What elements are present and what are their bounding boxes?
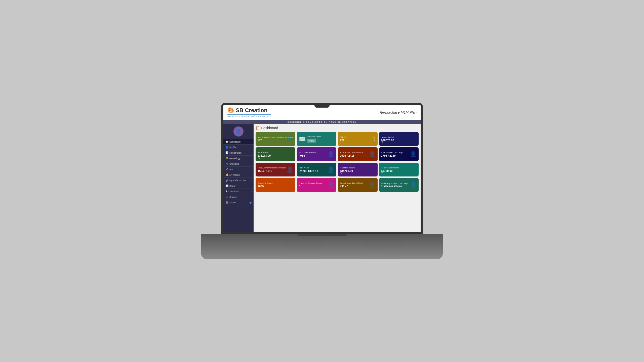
card-label-pair: Pair No: [340, 136, 376, 138]
card-label-rank: Rank Name: [299, 167, 335, 169]
sidebar-label-shopping: Shopping: [229, 163, 239, 165]
card-value-income-wallet: 238073.00: [381, 139, 417, 142]
sidebar-item-support[interactable]: 🎧 Support: [223, 194, 254, 200]
sidebar-item-report[interactable]: 📊 Report ›: [223, 183, 254, 189]
sidebar-item-pin[interactable]: 📌 PIN ›: [223, 167, 254, 172]
chevron-icon-7: ›: [251, 179, 252, 182]
card-pair-no: Pair No 922 ₹: [338, 132, 378, 146]
sidebar-label-dashboard: Dashboard: [229, 141, 240, 143]
sidebar-label-registration: Registration: [229, 152, 242, 154]
rupee-icon-pair: ₹: [372, 136, 376, 142]
app-subtitle: Renu SB Creation Software Pvt Ltd: [227, 114, 271, 118]
sidebar-item-download[interactable]: ⬇ Download ›: [223, 189, 254, 194]
designed-bar: DESIGNED & DEVELOPED BY RENU SB CREATION: [223, 120, 421, 124]
plan-name: Re-purchase MLM Plan: [380, 110, 417, 114]
logout-icon: 🚪: [225, 201, 228, 204]
chevron-icon-2: ›: [251, 152, 252, 154]
card-label-bank-wallet: Bank Wallet: [258, 151, 293, 154]
card-label-repurchase: Repurchase Income: [381, 167, 417, 169]
sidebar-menu: 🏠 Dashboard 👤 Profile ›: [223, 139, 254, 205]
laptop-base: [201, 234, 443, 259]
sidebar-label-profile: Profile: [229, 146, 236, 149]
laptop-mockup: 🎨 SB Creation Renu SB Creation Software …: [201, 103, 443, 259]
sidebar-item-registration[interactable]: 📝 Registration ›: [223, 150, 254, 156]
chevron-icon-3: ›: [251, 157, 252, 159]
card-label-active-inactive: Total Active / Inactive User: [340, 151, 376, 154]
rupee-icon-matching: ₹: [340, 170, 342, 175]
card-active-member-lr: 👤 Total Active Member Left / Right 1504 …: [256, 163, 295, 176]
chevron-icon-6: ›: [251, 174, 252, 176]
card-welcome: ✉️ Welcome Letter View: [297, 132, 337, 146]
income-icon: 💰: [225, 173, 228, 176]
notch: [314, 105, 330, 108]
card-rep-carry: 👤 Rep Carry Forward Left / Right 810718.…: [379, 178, 419, 192]
card-label-carry: Carry Forward Left / Right: [340, 182, 376, 184]
rupee-icon-repurchase: ₹: [381, 170, 384, 175]
sidebar-item-logout[interactable]: 🚪 Logout: [223, 200, 254, 205]
card-carry-forward: 👤 Carry Forward Left / Right 491 / 0: [338, 178, 378, 192]
card-value-matching: 184700.00: [340, 169, 376, 172]
card-active-inactive: 👤 Total Active / Inactive User 2516 / 24…: [338, 147, 378, 161]
card-rank: 👤 Rank Name Rohini Club 13: [297, 163, 337, 176]
sidebar-item-profile[interactable]: 👤 Profile ›: [223, 145, 254, 150]
card-label-welcome: Welcome Letter: [307, 135, 321, 138]
sidebar-item-shopping[interactable]: 🛒 Shopping ›: [223, 161, 254, 167]
dashboard-icon: 🏠: [225, 140, 228, 143]
card-total-team: 👤 Total Team Member 4934: [297, 147, 337, 161]
dashboard-grid: 👤 Active (RA652766 / KRISHNA MURARI DEV)…: [256, 132, 419, 192]
card-matching: Matching Income 184700.00 ₹: [338, 163, 378, 176]
card-label-income-wallet: Income Wallet: [381, 136, 417, 138]
chevron-icon-5: ›: [251, 168, 252, 170]
rupee-icon-income: ₹: [381, 140, 384, 144]
sidebar-item-dashboard[interactable]: 🏠 Dashboard: [223, 139, 254, 145]
envelope-icon: ✉️: [299, 136, 306, 142]
notification-dot: [250, 202, 252, 204]
view-button[interactable]: View: [307, 139, 316, 143]
card-active-user: 👤 Active (RA652766 / KRISHNA MURARI DEV): [256, 132, 295, 146]
logo-icon: 🎨: [227, 107, 234, 114]
card-value-pair: 922: [340, 139, 376, 142]
sidebar-item-referral[interactable]: 🔗 My Referral Link ›: [223, 178, 254, 183]
chevron-icon-9: ›: [251, 190, 252, 193]
card-label-team: Total Team Member: [299, 151, 335, 154]
sidebar-label-logout: Logout: [229, 201, 236, 204]
sidebar-label-report: Report: [229, 185, 236, 187]
card-label-matching: Matching Income: [340, 167, 376, 169]
laptop-screen: 🎨 SB Creation Renu SB Creation Software …: [221, 103, 423, 234]
card-label-active: Active (RA652766 / KRISHNA MURARI DEV): [258, 137, 293, 141]
card-franchise: 👤 Franchise Sponsor Bonus 0: [297, 178, 337, 192]
sidebar-item-genealogy[interactable]: 🌳 Genealogy ›: [223, 156, 254, 161]
logo-title: 🎨 SB Creation: [227, 107, 271, 114]
referral-icon: 🔗: [225, 179, 228, 182]
page-title-icon: 📋: [256, 126, 260, 130]
page-title-text: Dashboard: [261, 126, 278, 130]
rupee-icon-company: ₹: [258, 186, 260, 190]
sidebar-item-income[interactable]: 💰 My Income ›: [223, 172, 254, 178]
app-title: SB Creation: [236, 107, 267, 114]
sidebar-label-download: Download: [228, 190, 238, 193]
sidebar-label-pin: PIN: [229, 168, 233, 171]
sidebar-label-income: My Income: [229, 174, 240, 176]
chevron-icon-4: ›: [251, 163, 252, 165]
card-value-repurchase: 50700.00: [381, 169, 417, 172]
rupee-icon-bank: ₹: [258, 155, 260, 160]
card-label-franchise: Franchise Sponsor Bonus: [299, 182, 335, 184]
card-repurchase: Repurchase Income 50700.00 ₹: [379, 163, 419, 176]
card-income-wallet: Income Wallet 238073.00 ₹: [379, 132, 419, 146]
download-icon: ⬇: [225, 190, 227, 193]
card-label-rep-carry: Rep Carry Forward Left / Right: [381, 182, 417, 185]
card-company-bonus: Company Bonus 2669 ₹: [256, 178, 295, 192]
card-label-company-bonus: Company Bonus: [258, 182, 293, 184]
pin-icon: 📌: [225, 168, 228, 171]
content-area: 📋 Dashboard 👤 Active (RA652766 / KRISHNA…: [254, 124, 421, 232]
avatar-icon: 👤: [236, 129, 241, 134]
sidebar-label-referral: My Referral Link: [229, 179, 246, 182]
main-layout: 👤 🏠 Dashboard 👤 Profile: [223, 124, 421, 232]
avatar: 👤: [233, 126, 244, 137]
chevron-icon: ›: [251, 146, 252, 148]
card-member-lr: 👤 Total Member Left / Right 2795 / 2139: [379, 147, 419, 161]
sidebar-label-support: Support: [229, 196, 237, 198]
app-container: 🎨 SB Creation Renu SB Creation Software …: [223, 105, 421, 232]
chevron-icon-8: ›: [251, 185, 252, 187]
page-title: 📋 Dashboard: [256, 126, 419, 130]
